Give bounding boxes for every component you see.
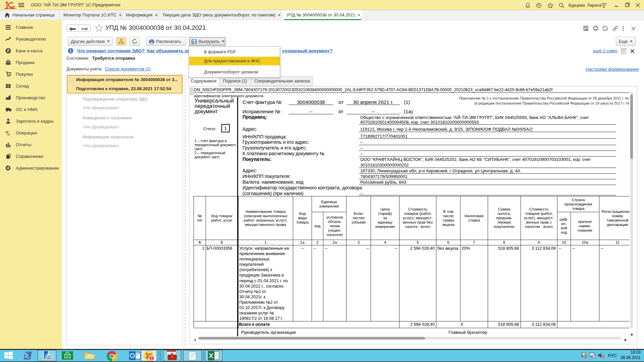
svg-text:Кт: Кт [7, 133, 10, 136]
svg-text:₽: ₽ [7, 49, 9, 53]
svg-text:1: 1 [151, 356, 153, 360]
svg-text:?: ? [593, 356, 595, 358]
